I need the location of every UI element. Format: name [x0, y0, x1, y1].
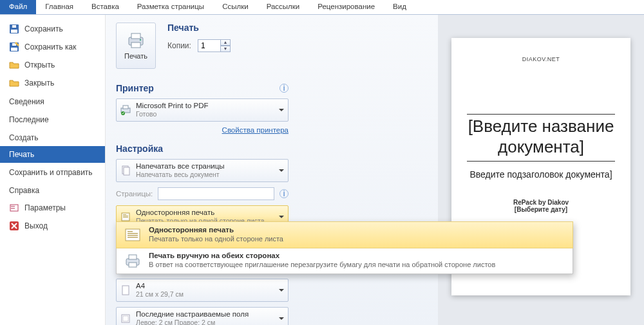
svg-point-13	[140, 39, 141, 40]
svg-rect-28	[128, 233, 138, 234]
nav-label: Открыть	[24, 60, 55, 70]
nav-label: Выход	[24, 221, 48, 230]
tab-review[interactable]: Рецензирование	[308, 0, 384, 14]
popup-option-manual-duplex[interactable]: Печать вручную на обеих сторонахВ ответ …	[117, 248, 573, 274]
chevron-down-icon	[279, 289, 284, 294]
nav-label: Печать	[9, 150, 34, 159]
spin-down[interactable]: ▼	[221, 46, 231, 52]
nav-new[interactable]: Создать	[0, 128, 105, 146]
nav-open[interactable]: Открыть	[0, 56, 105, 74]
svg-rect-33	[129, 263, 137, 267]
margins-dropdown[interactable]: Последние настраиваемые поляЛевое: 2 см …	[116, 307, 289, 325]
info-icon[interactable]: i	[279, 84, 289, 93]
nav-help[interactable]: Справка	[0, 181, 105, 199]
svg-rect-2	[12, 25, 16, 28]
tab-home[interactable]: Главная	[36, 0, 82, 14]
pages-label: Страницы:	[116, 190, 153, 198]
scope-dropdown[interactable]: Напечатать все страницыНапечатать весь д…	[116, 159, 289, 182]
printer-name: Microsoft Print to PDF	[136, 102, 208, 110]
settings-heading: Настройка	[116, 144, 163, 154]
folder-close-icon	[9, 78, 19, 88]
printer-status: Готово	[136, 110, 208, 118]
margins-title: Последние настраиваемые поля	[136, 310, 249, 319]
margins-icon	[120, 313, 131, 324]
margins-sub: Левое: 2 см Правое: 2 см	[136, 319, 249, 325]
options-icon	[9, 203, 19, 213]
scope-title: Напечатать все страницы	[136, 162, 225, 171]
page-single-icon	[123, 226, 142, 244]
svg-rect-21	[123, 216, 128, 216]
nav-exit[interactable]: Выход	[0, 217, 105, 235]
nav-close[interactable]: Закрыть	[0, 74, 105, 92]
nav-saveas[interactable]: Сохранить как	[0, 38, 105, 56]
svg-rect-12	[131, 42, 140, 48]
spin-up[interactable]: ▲	[221, 39, 231, 46]
print-button-label: Печать	[124, 52, 147, 60]
tab-insert[interactable]: Вставка	[82, 0, 128, 14]
svg-rect-32	[129, 255, 137, 259]
folder-open-icon	[9, 60, 19, 70]
popup-opt-sub: В ответ на соответствующее приглашение п…	[149, 261, 495, 268]
paper-title: A4	[136, 282, 184, 290]
print-preview: DIAKOV.NET [Введите название документа] …	[438, 15, 644, 325]
tab-pagelayout[interactable]: Разметка страницы	[128, 0, 213, 14]
svg-rect-27	[128, 231, 133, 232]
chevron-down-icon	[279, 109, 284, 114]
printer-dropdown[interactable]: Microsoft Print to PDFГотово	[116, 98, 289, 122]
svg-rect-29	[128, 235, 138, 236]
nav-info[interactable]: Сведения	[0, 92, 105, 110]
svg-rect-7	[11, 206, 15, 207]
svg-rect-15	[123, 106, 128, 109]
printer-properties-link[interactable]: Свойства принтера	[222, 126, 289, 134]
copies-input[interactable]	[198, 39, 221, 52]
svg-rect-23	[122, 286, 129, 295]
doc-watermark: DIAKOV.NET	[467, 56, 615, 62]
ribbon-tabs: Файл Главная Вставка Разметка страницы С…	[0, 0, 644, 15]
duplex-title: Односторонняя печать	[136, 209, 264, 217]
nav-label: Сохранить как	[24, 42, 76, 51]
popup-opt-sub: Печатать только на одной стороне листа	[149, 235, 283, 243]
printer-heading: Принтер	[116, 83, 154, 93]
pages-input[interactable]	[158, 187, 274, 200]
nav-options[interactable]: Параметры	[0, 199, 105, 217]
nav-save[interactable]: Сохранить	[0, 20, 105, 38]
page-single-icon	[120, 212, 131, 222]
nav-print[interactable]: Печать	[0, 146, 105, 163]
popup-opt-title: Печать вручную на обеих сторонах	[149, 252, 495, 259]
pages-icon	[120, 165, 131, 176]
saveas-icon	[9, 42, 19, 52]
popup-option-single[interactable]: Односторонняя печатьПечатать только на о…	[116, 221, 573, 248]
paper-dropdown[interactable]: A421 см x 29,7 см	[116, 279, 289, 302]
info-icon[interactable]: i	[279, 189, 289, 198]
tab-mailings[interactable]: Рассылки	[258, 0, 309, 14]
nav-recent[interactable]: Последние	[0, 110, 105, 128]
nav-label: Сохранить	[24, 24, 63, 33]
chevron-down-icon	[279, 169, 284, 174]
doc-subtitle: Введите подзаголовок документа]	[467, 169, 615, 180]
tab-view[interactable]: Вид	[384, 0, 415, 14]
doc-meta: [Выберите дату]	[467, 206, 615, 213]
svg-rect-18	[124, 167, 129, 175]
svg-rect-8	[11, 208, 15, 209]
printer-duplex-icon	[123, 252, 142, 270]
chevron-down-icon	[279, 216, 284, 221]
exit-icon	[9, 221, 19, 231]
backstage-nav: Сохранить Сохранить как Открыть Закрыть …	[0, 15, 106, 325]
nav-share[interactable]: Сохранить и отправить	[0, 163, 105, 181]
paper-icon	[120, 285, 131, 295]
chevron-down-icon	[279, 317, 284, 322]
copies-spinner[interactable]: ▲▼	[198, 39, 231, 52]
svg-rect-11	[131, 33, 140, 39]
svg-rect-1	[11, 30, 17, 33]
svg-rect-4	[11, 48, 17, 51]
doc-meta: RePack by Diakov	[467, 199, 615, 206]
tab-references[interactable]: Ссылки	[213, 0, 258, 14]
nav-label: Параметры	[24, 203, 66, 212]
nav-label: Закрыть	[24, 79, 54, 88]
print-button[interactable]: Печать	[116, 23, 156, 69]
svg-rect-30	[128, 237, 138, 237]
popup-opt-title: Односторонняя печать	[149, 226, 283, 234]
duplex-popup: Односторонняя печатьПечатать только на о…	[116, 221, 573, 274]
copies-label: Копии:	[167, 41, 191, 50]
tab-file[interactable]: Файл	[0, 0, 36, 14]
